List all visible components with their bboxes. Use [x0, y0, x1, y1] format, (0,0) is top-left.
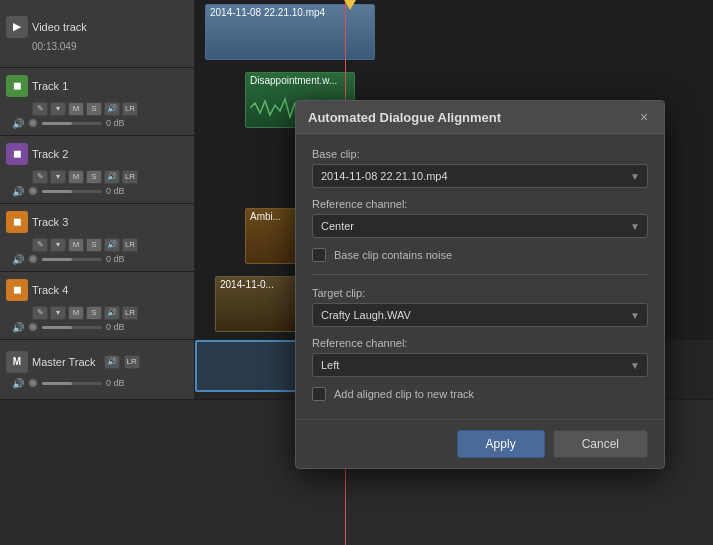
track2-name: Track 2 — [32, 148, 68, 160]
dialog-title: Automated Dialogue Alignment — [308, 110, 501, 125]
track3-vol-btn[interactable]: 🔊 — [104, 238, 120, 252]
track4-arrow-btn[interactable]: ▾ — [50, 306, 66, 320]
automated-dialogue-dialog: Automated Dialogue Alignment × Base clip… — [295, 100, 665, 469]
cancel-button[interactable]: Cancel — [553, 430, 648, 458]
track4-volume-row: 🔊 0 dB — [12, 322, 188, 333]
track-controls-2: ◼ Track 2 ✎ ▾ M S 🔊 LR 🔊 0 dB — [0, 136, 195, 203]
noise-checkbox[interactable] — [312, 248, 326, 262]
track2-arrow-btn[interactable]: ▾ — [50, 170, 66, 184]
track4-mute-btn[interactable]: M — [68, 306, 84, 320]
audio4-clip[interactable]: 2014-11-0... — [215, 276, 305, 332]
dialog-divider — [312, 274, 648, 275]
track2-mute-btn[interactable]: M — [68, 170, 84, 184]
track3-pencil-btn[interactable]: ✎ — [32, 238, 48, 252]
master-vol-knob[interactable] — [28, 378, 38, 388]
reference-channel2-select[interactable]: LeftCenterRight — [312, 353, 648, 377]
track1-buttons: ✎ ▾ M S 🔊 LR — [32, 102, 188, 116]
noise-checkbox-label: Base clip contains noise — [334, 249, 452, 261]
master-vol-slider[interactable] — [42, 382, 102, 385]
track-controls-4: ◼ Track 4 ✎ ▾ M S 🔊 LR 🔊 0 dB — [0, 272, 195, 339]
apply-button[interactable]: Apply — [457, 430, 545, 458]
target-clip-label: Target clip: — [312, 287, 648, 299]
reference-channel-label2: Reference channel: — [312, 337, 648, 349]
master-track-icon: M — [6, 351, 28, 373]
track1-vol-knob[interactable] — [28, 118, 38, 128]
reference-channel2-select-wrapper: LeftCenterRight ▼ — [312, 353, 648, 377]
track3-lr-btn[interactable]: LR — [122, 238, 138, 252]
track4-vol-icon: 🔊 — [12, 322, 24, 333]
track2-vol-icon: 🔊 — [12, 186, 24, 197]
track-header-master: M Master Track 🔊 LR — [6, 351, 188, 373]
track1-solo-btn[interactable]: S — [86, 102, 102, 116]
track2-pencil-btn[interactable]: ✎ — [32, 170, 48, 184]
reference-channel1-select[interactable]: CenterLeftRight — [312, 214, 648, 238]
track2-vol-btn[interactable]: 🔊 — [104, 170, 120, 184]
track1-volume-row: 🔊 0 dB — [12, 118, 188, 129]
video-clip-label: 2014-11-08 22.21.10.mp4 — [210, 7, 325, 18]
track1-arrow-btn[interactable]: ▾ — [50, 102, 66, 116]
track1-lr-btn[interactable]: LR — [122, 102, 138, 116]
track3-name: Track 3 — [32, 216, 68, 228]
audio1-clip-label: Disappointment.w... — [250, 75, 337, 86]
track-header-2: ◼ Track 2 — [6, 143, 188, 165]
track3-buttons: ✎ ▾ M S 🔊 LR — [32, 238, 188, 252]
add-track-checkbox[interactable] — [312, 387, 326, 401]
track4-vol-knob[interactable] — [28, 322, 38, 332]
track1-vol-slider[interactable] — [42, 122, 102, 125]
track3-mute-btn[interactable]: M — [68, 238, 84, 252]
track3-arrow-btn[interactable]: ▾ — [50, 238, 66, 252]
track-row-video: ▶ Video track 00:13.049 2014-11-08 22.21… — [0, 0, 713, 68]
track3-solo-btn[interactable]: S — [86, 238, 102, 252]
track4-solo-btn[interactable]: S — [86, 306, 102, 320]
track-controls-3: ◼ Track 3 ✎ ▾ M S 🔊 LR 🔊 0 dB — [0, 204, 195, 271]
track2-lr-btn[interactable]: LR — [122, 170, 138, 184]
track-controls-master: M Master Track 🔊 LR 🔊 0 dB — [0, 340, 195, 399]
video-clip[interactable]: 2014-11-08 22.21.10.mp4 — [205, 4, 375, 60]
track2-buttons: ✎ ▾ M S 🔊 LR — [32, 170, 188, 184]
dialog-footer: Apply Cancel — [296, 419, 664, 468]
base-clip-label: Base clip: — [312, 148, 648, 160]
add-track-checkbox-row: Add aligned clip to new track — [312, 387, 648, 401]
track4-name: Track 4 — [32, 284, 68, 296]
base-clip-select[interactable]: 2014-11-08 22.21.10.mp4 — [312, 164, 648, 188]
track4-pencil-btn[interactable]: ✎ — [32, 306, 48, 320]
track-header-1: ◼ Track 1 — [6, 75, 188, 97]
track2-solo-btn[interactable]: S — [86, 170, 102, 184]
track-header-4: ◼ Track 4 — [6, 279, 188, 301]
audio3-clip-label: Ambi... — [250, 211, 281, 222]
master-track-name: Master Track — [32, 356, 96, 368]
track-controls-1: ◼ Track 1 ✎ ▾ M S 🔊 LR 🔊 0 dB — [0, 68, 195, 135]
master-lr-btn[interactable]: LR — [124, 355, 140, 369]
dialog-body: Base clip: 2014-11-08 22.21.10.mp4 ▼ Ref… — [296, 134, 664, 419]
dialog-title-bar: Automated Dialogue Alignment × — [296, 101, 664, 134]
track4-vol-slider[interactable] — [42, 326, 102, 329]
track2-icon: ◼ — [6, 143, 28, 165]
track1-vol-btn[interactable]: 🔊 — [104, 102, 120, 116]
track3-vol-slider[interactable] — [42, 258, 102, 261]
track4-vol-btn[interactable]: 🔊 — [104, 306, 120, 320]
track1-mute-btn[interactable]: M — [68, 102, 84, 116]
track1-icon: ◼ — [6, 75, 28, 97]
master-volume-row: 🔊 0 dB — [12, 378, 188, 389]
track3-icon: ◼ — [6, 211, 28, 233]
dialog-close-button[interactable]: × — [636, 109, 652, 125]
track1-pencil-btn[interactable]: ✎ — [32, 102, 48, 116]
track1-vol-label: 0 dB — [106, 118, 125, 128]
video-track-name: Video track — [32, 21, 87, 33]
target-clip-select[interactable]: Crafty Laugh.WAV — [312, 303, 648, 327]
track3-vol-label: 0 dB — [106, 254, 125, 264]
master-vol-btn[interactable]: 🔊 — [104, 355, 120, 369]
track2-vol-slider[interactable] — [42, 190, 102, 193]
add-track-checkbox-label: Add aligned clip to new track — [334, 388, 474, 400]
track-controls-video: ▶ Video track 00:13.049 — [0, 0, 195, 67]
track4-vol-label: 0 dB — [106, 322, 125, 332]
track3-volume-row: 🔊 0 dB — [12, 254, 188, 265]
playhead-marker — [344, 0, 356, 10]
track1-name: Track 1 — [32, 80, 68, 92]
track4-lr-btn[interactable]: LR — [122, 306, 138, 320]
track4-buttons: ✎ ▾ M S 🔊 LR — [32, 306, 188, 320]
target-clip-select-wrapper: Crafty Laugh.WAV ▼ — [312, 303, 648, 327]
track2-vol-knob[interactable] — [28, 186, 38, 196]
timeline-area: ▶ Video track 00:13.049 2014-11-08 22.21… — [0, 0, 713, 545]
track3-vol-knob[interactable] — [28, 254, 38, 264]
